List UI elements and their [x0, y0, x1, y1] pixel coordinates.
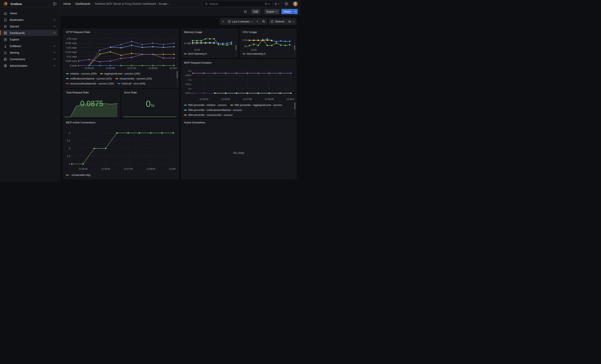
share-button[interactable]: Share [281, 9, 293, 14]
panel-title[interactable]: MCP Request Duration [181, 59, 296, 65]
add-new-button[interactable] [274, 1, 280, 6]
sidebar-item-bookmarks[interactable]: Bookmarks [1, 17, 58, 23]
legend-item[interactable]: tools/list - success (200) [101, 87, 132, 88]
time-zoom-out-button[interactable] [260, 19, 267, 24]
legend-item[interactable]: 95th percentile - initialize - success [184, 104, 227, 107]
legend-series-label: fetch-telemetry-0 [188, 52, 207, 55]
chevron-down-icon[interactable] [53, 45, 56, 47]
legend-row: fetch-telemetry-0 [184, 51, 233, 56]
sidebar-item-connections[interactable]: Connections [1, 56, 58, 62]
legend-series-color-pill [66, 78, 69, 79]
legend-scrollbar[interactable] [177, 71, 178, 87]
panel-title[interactable]: Active Goroutines [181, 119, 296, 124]
legend-item[interactable]: tools/call - success (200) [66, 87, 98, 88]
panel-mcp-request-duration: MCP Request Duration 12:25:0012:26:0012:… [181, 59, 296, 118]
sidebar-toggle-icon[interactable] [52, 1, 57, 6]
error-rate-sparkline[interactable] [122, 108, 178, 118]
sidebar-nav: HomeBookmarksStarredDashboardsExploreDri… [0, 8, 60, 182]
chevron-down-icon[interactable] [53, 32, 56, 34]
cpu-usage-chart[interactable]: 12:250.2%0% [241, 35, 295, 51]
search-input[interactable] [209, 2, 263, 5]
zoom-out-icon [262, 20, 265, 23]
legend-item[interactable]: fetch-telemetry-0 [243, 52, 266, 55]
legend-scrollbar[interactable] [294, 103, 295, 117]
legend-item[interactable]: initialize - success (200) [66, 72, 97, 75]
breadcrumb-home[interactable]: Home [63, 2, 71, 5]
sidebar-item-dashboards[interactable]: Dashboards [1, 30, 58, 36]
chevron-down-icon [275, 11, 277, 12]
share-menu-button[interactable] [293, 9, 298, 14]
legend-item[interactable]: logging/setLevel - success (200) [100, 72, 140, 75]
legend-item[interactable]: tools/call - error (404) [118, 82, 145, 85]
sidebar-item-explore[interactable]: Explore [1, 36, 58, 42]
export-button[interactable]: Export [264, 9, 280, 14]
legend-scrollbar[interactable] [294, 45, 295, 56]
chevron-down-icon [292, 21, 294, 22]
memory-usage-chart[interactable]: 12:2516 MiB [182, 35, 236, 51]
refresh-interval-picker[interactable]: 5s [286, 19, 296, 24]
legend-item[interactable]: unknown - success (200) [136, 87, 167, 88]
chevron-down-icon[interactable] [53, 58, 56, 60]
legend-series-color-pill [66, 175, 69, 176]
sidebar-item-drilldown[interactable]: Drilldown [1, 43, 58, 49]
legend-series-label: tools/list - success (200) [105, 87, 132, 88]
legend-series-label: 95th percentile - logging/setLevel - suc… [234, 104, 282, 107]
svg-text:0.02 req/s: 0.02 req/s [67, 47, 77, 49]
edit-button[interactable]: Edit [251, 9, 260, 14]
legend-series-label: resources/list - success (200) [120, 77, 152, 80]
legend-item[interactable]: fetch-telemetry-0 [184, 52, 207, 55]
refresh-button[interactable]: Refresh [269, 19, 286, 24]
user-avatar[interactable] [293, 1, 298, 6]
http-request-rate-chart[interactable]: 12:25:0012:26:0012:27:0012:28:0012:29:00… [65, 35, 177, 70]
panel-title[interactable]: Memory Usage [181, 29, 238, 34]
chevron-down-icon[interactable] [53, 65, 56, 67]
error-rate-unit: % [151, 103, 154, 108]
panel-title[interactable]: Error Rate [122, 89, 179, 94]
breadcrumb-dashboards[interactable]: Dashboards [75, 2, 90, 5]
sidebar-item-label: Drilldown [10, 45, 21, 48]
legend-item[interactable]: resources/list - success (200) [115, 77, 152, 80]
search-box[interactable]: ⌘+k [203, 1, 272, 7]
svg-text:0.015 req/s: 0.015 req/s [65, 51, 77, 53]
help-button[interactable] [284, 1, 289, 6]
share-split-button: Share [281, 9, 298, 14]
chevron-down-icon [278, 3, 280, 5]
panel-title[interactable]: HTTP Request Rate [63, 29, 179, 34]
chevron-down-icon[interactable] [53, 25, 56, 27]
mcp-active-connections-chart[interactable]: 12:25:0012:26:0012:27:0012:28:0012:29:00… [65, 127, 176, 171]
clock-icon [228, 20, 231, 23]
panel-title[interactable]: Total Request Rate [63, 89, 120, 94]
chevron-down-icon[interactable] [53, 19, 56, 21]
legend-series-label: - (streamable-http) [70, 174, 91, 177]
legend-scrollbar[interactable] [236, 45, 237, 56]
legend-item[interactable]: notifications/initialized - success (202… [66, 77, 112, 80]
breadcrumb-current-dashboard: ToolHive MCP Server & Proxy Runner Dashb… [95, 2, 170, 5]
sidebar-item-administration[interactable]: Administration [1, 63, 58, 69]
legend-series-color-pill [66, 73, 69, 74]
legend-series-label: tools/call - success (200) [70, 87, 98, 88]
legend-series-label: 95th percentile - notifications/initiali… [188, 109, 242, 111]
time-range-back-button[interactable] [220, 19, 226, 24]
panel-cpu-usage: CPU Usage 12:250.2%0% fetch-telemetry-0 [240, 29, 296, 58]
panel-mcp-active-connections: MCP Active Connections 12:25:0012:26:001… [63, 119, 179, 179]
bell-icon [4, 51, 7, 54]
favorite-star-button[interactable] [244, 10, 247, 13]
legend-row: initialize - success (200)logging/setLev… [66, 71, 176, 76]
sidebar-item-starred[interactable]: Starred [1, 23, 58, 30]
panel-title[interactable]: CPU Usage [240, 29, 296, 34]
legend-series-color-pill [100, 73, 103, 74]
legend-item[interactable]: - (streamable-http) [66, 174, 91, 177]
legend-series-label: 95th percentile - initialize - success [188, 104, 227, 107]
svg-text:3 s: 3 s [188, 88, 191, 90]
legend-item[interactable]: 95th percentile - logging/setLevel - suc… [230, 104, 282, 107]
chevron-down-icon[interactable] [53, 51, 56, 54]
panel-title[interactable]: MCP Active Connections [63, 119, 179, 124]
mcp-request-duration-chart[interactable]: 12:25:0012:26:0012:27:0012:28:0012:29:00… [183, 66, 294, 101]
legend-item[interactable]: resources/templates/list - success (200) [66, 82, 114, 85]
legend-item[interactable]: 95th percentile - resources/list - succe… [184, 114, 232, 117]
sidebar-item-home[interactable]: Home [1, 10, 58, 16]
legend-item[interactable]: 95th percentile - notifications/initiali… [184, 109, 242, 111]
sidebar-item-alerting[interactable]: Alerting [1, 49, 58, 56]
time-range-picker[interactable]: Last 5 minutes [226, 19, 255, 24]
time-range-forward-button[interactable] [254, 19, 260, 24]
